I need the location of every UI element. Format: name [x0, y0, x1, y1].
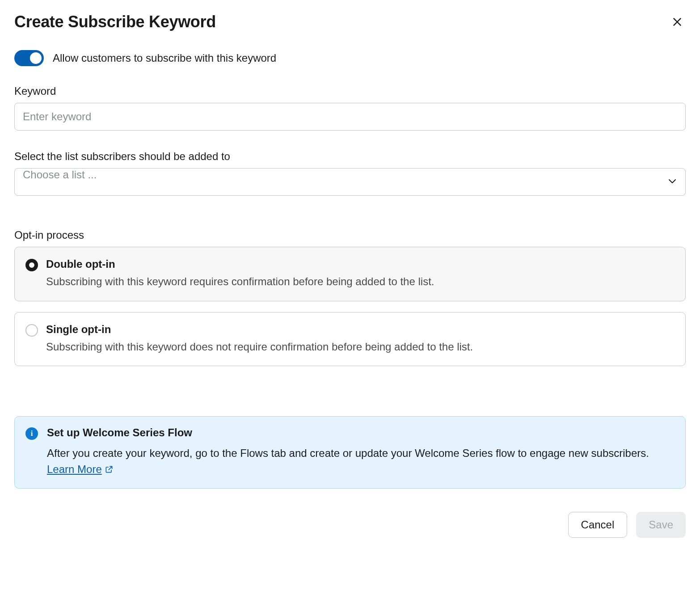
optin-double-card[interactable]: Double opt-in Subscribing with this keyw…	[14, 247, 686, 301]
info-icon: i	[25, 427, 38, 440]
external-link-icon	[105, 465, 114, 474]
optin-double-desc: Subscribing with this keyword requires c…	[46, 274, 434, 289]
allow-subscribe-toggle[interactable]	[14, 50, 44, 66]
optin-single-desc: Subscribing with this keyword does not r…	[46, 339, 473, 354]
optin-single-card[interactable]: Single opt-in Subscribing with this keyw…	[14, 312, 686, 367]
info-title: Set up Welcome Series Flow	[47, 426, 675, 439]
keyword-label: Keyword	[14, 85, 686, 97]
welcome-series-info: i Set up Welcome Series Flow After you c…	[14, 416, 686, 489]
close-icon	[671, 16, 683, 28]
info-body: After you create your keyword, go to the…	[47, 447, 649, 459]
learn-more-link[interactable]: Learn More	[47, 461, 114, 477]
optin-single-title: Single opt-in	[46, 323, 473, 336]
save-button[interactable]: Save	[636, 512, 686, 538]
optin-double-title: Double opt-in	[46, 258, 434, 270]
info-text: After you create your keyword, go to the…	[47, 445, 675, 477]
optin-label: Opt-in process	[14, 229, 686, 241]
list-label: Select the list subscribers should be ad…	[14, 150, 686, 163]
close-button[interactable]	[669, 13, 686, 30]
dialog-title: Create Subscribe Keyword	[14, 13, 216, 31]
keyword-input[interactable]	[14, 103, 686, 131]
radio-unselected-icon	[25, 324, 38, 337]
allow-subscribe-label: Allow customers to subscribe with this k…	[53, 52, 276, 64]
radio-selected-icon	[25, 259, 38, 271]
cancel-button[interactable]: Cancel	[568, 512, 628, 538]
list-select[interactable]: Choose a list ...	[14, 168, 686, 196]
